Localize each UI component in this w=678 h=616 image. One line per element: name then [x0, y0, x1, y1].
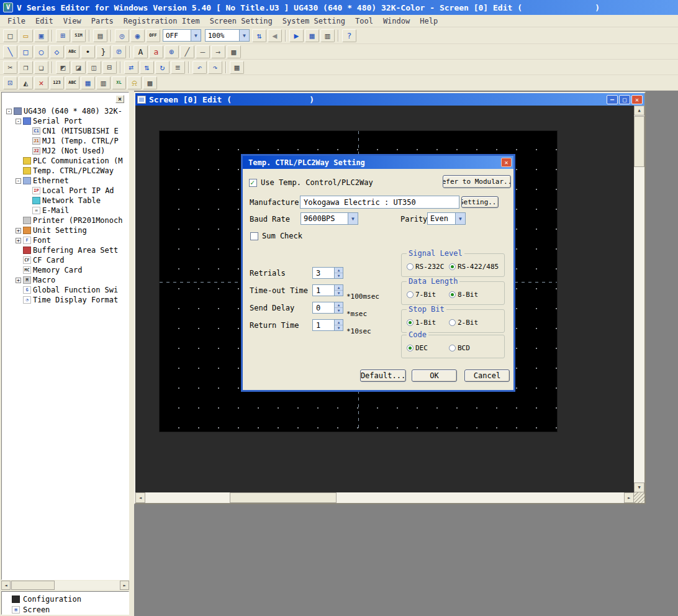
line-tool-icon[interactable]: ╲	[3, 45, 17, 58]
view-item-configuration[interactable]: Configuration	[2, 594, 129, 604]
close-button[interactable]: ✕	[631, 95, 643, 104]
radio-1-bit[interactable]	[407, 319, 414, 326]
chevron-down-icon[interactable]: ▼	[239, 30, 249, 41]
chevron-down-icon[interactable]: ▼	[455, 213, 465, 224]
diagonal-line-icon[interactable]: ╱	[180, 45, 194, 58]
cut-icon[interactable]: ✂	[3, 61, 17, 74]
tree-item[interactable]: MCMemory Card	[4, 265, 129, 275]
swap-screen-icon[interactable]: ⇅	[252, 29, 266, 42]
overlap-display-icon[interactable]: ◭	[19, 76, 33, 89]
spin-up-icon[interactable]: ▲	[335, 302, 343, 308]
brace-tool-icon[interactable]: }	[96, 45, 111, 58]
tree-item[interactable]: CFCF Card	[4, 255, 129, 265]
alarm-bell-icon[interactable]: ⍾	[127, 76, 142, 89]
scrollbar-thumb[interactable]	[634, 116, 644, 167]
tree-item[interactable]: Network Table	[4, 196, 129, 206]
menu-system-setting[interactable]: System Setting	[278, 16, 350, 27]
scroll-right-icon[interactable]: ►	[624, 492, 634, 503]
scrollbar-thumb[interactable]	[11, 581, 55, 590]
box-tool-icon[interactable]: □	[19, 45, 33, 58]
text-parts-icon[interactable]: ABC	[65, 76, 79, 89]
globe-icon[interactable]: ⊕	[165, 45, 179, 58]
grid-display-combo[interactable]: OFF ▼	[163, 29, 201, 42]
rotate-icon[interactable]: ↻	[155, 61, 170, 74]
tree-item[interactable]: -Ethernet	[4, 176, 129, 186]
mosaic-icon[interactable]: ▦	[230, 61, 244, 74]
char-red-icon[interactable]: a	[149, 45, 163, 58]
chevron-down-icon[interactable]: ▼	[191, 30, 201, 41]
menu-parts[interactable]: Parts	[86, 16, 119, 27]
tree-item[interactable]: PLC Communication (M	[4, 156, 129, 166]
send-back-icon[interactable]: ◪	[71, 61, 86, 74]
tree-item[interactable]: +FFont	[4, 235, 129, 245]
item-list-icon[interactable]: ▥	[320, 29, 335, 42]
scrollbar-thumb[interactable]	[230, 492, 337, 503]
expand-icon[interactable]: +	[16, 278, 21, 283]
scroll-up-icon[interactable]: ▲	[634, 106, 644, 116]
default-button[interactable]: Default...	[360, 369, 406, 382]
tree-item[interactable]: GGlobal Function Swi	[4, 285, 129, 295]
list-parts-icon[interactable]: ▥	[96, 76, 111, 89]
dot-tool-icon[interactable]: •	[81, 45, 95, 58]
titlebar[interactable]: V V Series Editor for Windows Version 5.…	[0, 0, 678, 15]
refer-to-modular-button[interactable]: Refer to Modular...	[443, 175, 511, 188]
zoom-select-icon[interactable]: ◉	[130, 29, 145, 42]
tree-item[interactable]: C1CN1 (MITSUBISHI E	[4, 126, 129, 136]
horizontal-scrollbar[interactable]: ◄ ►	[135, 492, 634, 503]
previous-screen-icon[interactable]: ◀	[268, 29, 282, 42]
table-parts-icon[interactable]: ▦	[81, 76, 95, 89]
manufacture-field[interactable]: Yokogawa Electric : UT350	[300, 196, 459, 209]
menu-file[interactable]: File	[2, 16, 30, 27]
screen-manage-icon[interactable]: ⊞	[56, 29, 70, 42]
tree-item[interactable]: IPLocal Port IP Ad	[4, 186, 129, 196]
spin-up-icon[interactable]: ▲	[335, 320, 343, 325]
maximize-button[interactable]: □	[619, 95, 630, 104]
scroll-right-icon[interactable]: ►	[120, 581, 129, 590]
timeout-spinner[interactable]: 1 ▲▼	[312, 284, 343, 296]
new-file-icon[interactable]: □	[3, 29, 17, 42]
view-item-screen[interactable]: ▤Screen	[2, 604, 129, 615]
minimize-button[interactable]: –	[607, 95, 618, 104]
expand-icon[interactable]: +	[16, 238, 21, 243]
image-area-icon[interactable]: ▩	[227, 45, 241, 58]
flip-horizontal-icon[interactable]: ⇄	[124, 61, 138, 74]
menu-help[interactable]: Help	[415, 16, 443, 27]
spin-down-icon[interactable]: ▼	[335, 325, 343, 330]
zoom-in-icon[interactable]: ◎	[115, 29, 129, 42]
sim-icon[interactable]: SIM	[71, 29, 86, 42]
use-temp-control-checkbox[interactable]: Use Temp. Control/PLC2Way	[249, 178, 373, 187]
arrow-line-icon[interactable]: →	[211, 45, 225, 58]
tree-item[interactable]: ◔Time Display Format	[4, 295, 129, 305]
zoom-combo[interactable]: 100% ▼	[205, 29, 250, 42]
screen-copy-icon[interactable]: ⊡	[3, 76, 17, 89]
radio-8-bit[interactable]	[449, 291, 456, 298]
sum-check-checkbox[interactable]: Sum Check	[250, 232, 302, 240]
menu-window[interactable]: Window	[378, 16, 415, 27]
expand-icon[interactable]: +	[16, 228, 21, 233]
chevron-down-icon[interactable]: ▼	[348, 213, 358, 224]
cancel-button[interactable]: Cancel	[464, 369, 510, 382]
delete-screen-icon[interactable]: ✕	[34, 76, 48, 89]
return-time-spinner[interactable]: 1 ▲▼	[312, 319, 343, 331]
polygon-tool-icon[interactable]: ◇	[50, 45, 64, 58]
resize-grip[interactable]	[634, 492, 644, 503]
screen-list-icon[interactable]: ▦	[305, 29, 319, 42]
scroll-left-icon[interactable]: ◄	[1, 581, 11, 590]
retrials-spinner[interactable]: 3 ▲▼	[312, 267, 343, 279]
undo-icon[interactable]: ↶	[192, 61, 207, 74]
text-tool-icon[interactable]: ABc	[65, 45, 79, 58]
spin-down-icon[interactable]: ▼	[335, 308, 343, 313]
flip-vertical-icon[interactable]: ⇅	[140, 61, 154, 74]
tree-item[interactable]: Printer (PR201Monoch	[4, 215, 129, 225]
collapse-icon[interactable]: -	[16, 178, 21, 184]
radio-rs-422-485[interactable]	[449, 263, 456, 270]
dash-line-icon[interactable]: —	[196, 45, 210, 58]
radio-bcd[interactable]	[449, 345, 456, 351]
menu-screen-setting[interactable]: Screen Setting	[205, 16, 278, 27]
next-screen-icon[interactable]: ▶	[289, 29, 304, 42]
collapse-icon[interactable]: -	[16, 119, 21, 124]
spin-down-icon[interactable]: ▼	[335, 273, 343, 278]
redo-icon[interactable]: ↷	[208, 61, 222, 74]
tree-item[interactable]: J2MJ2 (Not Used)	[4, 146, 129, 156]
align-icon[interactable]: ≡	[171, 61, 185, 74]
